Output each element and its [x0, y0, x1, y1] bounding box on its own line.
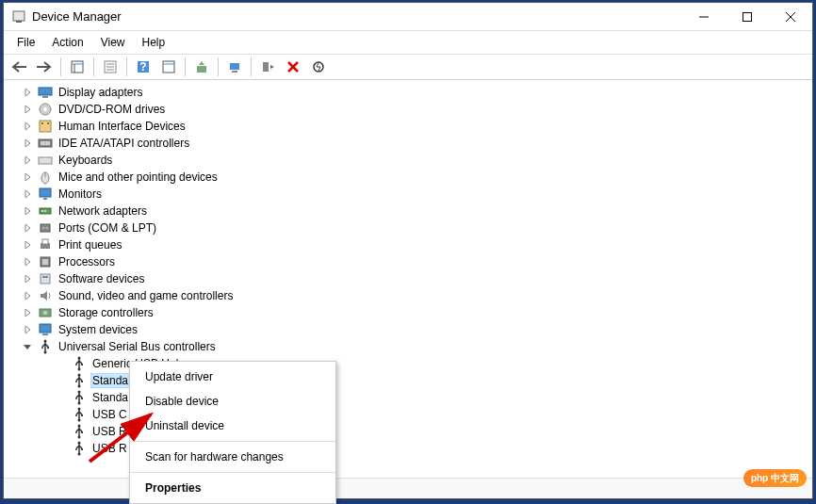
ctx-scan-hardware[interactable]: Scan for hardware changes	[130, 445, 335, 469]
tree-category[interactable]: Monitors	[6, 186, 810, 203]
category-label: IDE ATA/ATAPI controllers	[57, 137, 191, 150]
expand-icon[interactable]	[23, 223, 38, 233]
expand-icon[interactable]	[23, 240, 38, 250]
tree-category[interactable]: IDE ATA/ATAPI controllers	[6, 135, 810, 152]
printer-icon	[38, 237, 53, 252]
expand-icon[interactable]	[23, 172, 38, 182]
svg-rect-51	[163, 61, 174, 73]
category-label: System devices	[57, 323, 139, 336]
category-label: Mice and other pointing devices	[57, 171, 220, 184]
usb-icon	[72, 407, 87, 422]
tree-category[interactable]: DVD/CD-ROM drives	[6, 101, 810, 118]
tree-category[interactable]: System devices	[6, 321, 810, 338]
device-manager-window: Device Manager File Action View Help ? D…	[3, 2, 813, 499]
tree-category[interactable]: Software devices	[6, 270, 810, 287]
software-icon	[38, 271, 53, 286]
svg-rect-53	[197, 66, 206, 73]
expand-icon[interactable]	[23, 206, 38, 216]
tree-device[interactable]: Generic USB Hub	[6, 355, 810, 372]
svg-rect-56	[263, 62, 269, 72]
menu-view[interactable]: View	[93, 33, 133, 52]
mouse-icon	[38, 170, 53, 185]
device-tree[interactable]: Display adaptersDVD/CD-ROM drivesHuman I…	[4, 80, 812, 478]
tree-device[interactable]: Standa	[6, 389, 810, 406]
category-label: Network adapters	[57, 204, 149, 218]
disable-device-button[interactable]	[307, 56, 330, 78]
expand-icon[interactable]	[23, 105, 38, 114]
back-button[interactable]	[8, 56, 30, 78]
titlebar[interactable]: Device Manager	[4, 3, 812, 31]
forward-button[interactable]	[33, 56, 56, 78]
expand-icon[interactable]	[23, 155, 38, 165]
minimize-button[interactable]	[682, 3, 726, 31]
expand-icon[interactable]	[23, 257, 38, 267]
expand-icon[interactable]	[23, 88, 38, 97]
help-button[interactable]: ?	[132, 56, 155, 78]
svg-rect-54	[230, 63, 239, 70]
category-label: Universal Serial Bus controllers	[57, 340, 218, 353]
tree-category[interactable]: Network adapters	[6, 203, 810, 219]
window-title: Device Manager	[32, 9, 122, 24]
ctx-disable-device[interactable]: Disable device	[130, 389, 335, 414]
tree-category[interactable]: Mice and other pointing devices	[6, 169, 810, 186]
usb-icon	[72, 356, 87, 371]
tree-device[interactable]: USB R	[6, 423, 810, 440]
tree-device[interactable]: USB R	[6, 440, 810, 457]
statusbar	[4, 478, 812, 498]
expand-icon[interactable]	[23, 291, 38, 301]
monitor-icon	[38, 187, 53, 202]
tree-category[interactable]: Human Interface Devices	[6, 118, 810, 135]
category-label: Ports (COM & LPT)	[57, 221, 158, 235]
menu-action[interactable]: Action	[44, 33, 90, 52]
ctx-properties[interactable]: Properties	[130, 476, 335, 500]
show-hide-tree-button[interactable]	[66, 56, 89, 78]
svg-text:?: ?	[139, 60, 146, 73]
expand-icon[interactable]	[23, 274, 38, 284]
uninstall-device-button[interactable]	[282, 56, 304, 78]
scan-hardware-button[interactable]	[223, 56, 246, 78]
enable-device-button[interactable]	[256, 56, 279, 78]
usb-icon	[72, 390, 87, 405]
action-button[interactable]	[157, 56, 180, 78]
tree-category[interactable]: Storage controllers	[6, 304, 810, 321]
usb-icon	[72, 373, 87, 388]
category-label: Processors	[57, 255, 117, 268]
update-driver-button[interactable]	[190, 56, 213, 78]
tree-category[interactable]: Display adapters	[6, 84, 810, 101]
expand-icon[interactable]	[23, 138, 38, 148]
close-button[interactable]	[769, 3, 812, 31]
category-label: Keyboards	[57, 154, 114, 167]
expand-icon[interactable]	[23, 308, 38, 317]
category-label: Sound, video and game controllers	[57, 289, 235, 302]
expand-icon[interactable]	[23, 325, 38, 334]
device-label: Standa	[90, 391, 130, 404]
ctx-uninstall-device[interactable]: Uninstall device	[130, 414, 335, 438]
category-label: DVD/CD-ROM drives	[57, 103, 167, 116]
tree-category[interactable]: Print queues	[6, 236, 810, 253]
category-label: Display adapters	[57, 86, 144, 99]
tree-category[interactable]: Processors	[6, 253, 810, 270]
system-icon	[38, 322, 53, 337]
svg-rect-55	[232, 71, 237, 73]
tree-category[interactable]: Ports (COM & LPT)	[6, 219, 810, 236]
tree-device[interactable]: Standa	[6, 372, 810, 389]
maximize-button[interactable]	[726, 3, 769, 31]
collapse-icon[interactable]	[23, 342, 38, 351]
keyboard-icon	[38, 153, 53, 168]
svg-rect-42	[72, 61, 83, 73]
tree-device[interactable]: USB C	[6, 406, 810, 423]
usb-icon	[72, 441, 87, 456]
properties-button[interactable]	[99, 56, 122, 78]
tree-category[interactable]: Universal Serial Bus controllers	[6, 338, 810, 355]
device-label: USB C	[90, 408, 129, 421]
hid-icon	[38, 119, 53, 134]
category-label: Print queues	[57, 238, 123, 252]
tree-category[interactable]: Sound, video and game controllers	[6, 287, 810, 304]
device-label: USB R	[90, 425, 129, 438]
ctx-update-driver[interactable]: Update driver	[130, 365, 335, 389]
menu-file[interactable]: File	[9, 33, 42, 52]
expand-icon[interactable]	[23, 122, 38, 131]
menu-help[interactable]: Help	[135, 33, 173, 52]
tree-category[interactable]: Keyboards	[6, 152, 810, 169]
expand-icon[interactable]	[23, 189, 38, 199]
